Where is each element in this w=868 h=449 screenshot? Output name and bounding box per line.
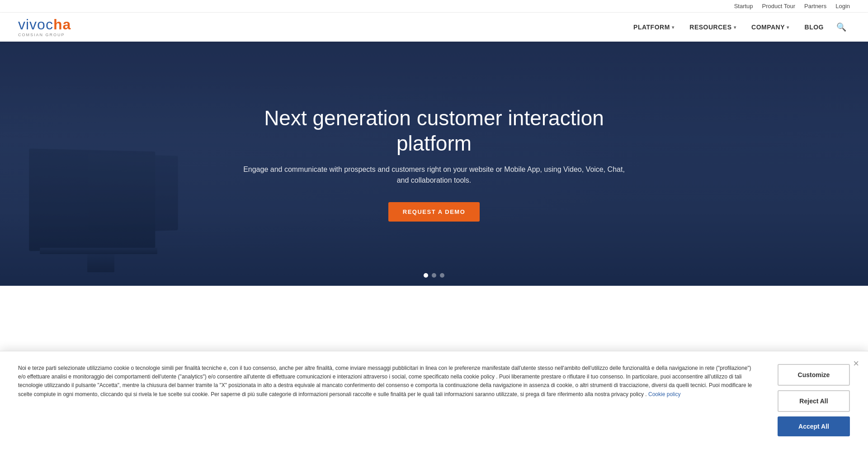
chevron-down-icon: ▾ (672, 25, 675, 30)
logo[interactable]: vivocha comsian group (18, 17, 71, 37)
nav-item-resources[interactable]: RESOURCES▾ (683, 20, 742, 34)
slide-dot-2[interactable] (432, 273, 436, 278)
main-navigation: vivocha comsian group PLATFORM▾RESOURCES… (0, 13, 868, 42)
topbar-link-product-tour[interactable]: Product Tour (762, 3, 795, 9)
top-utility-bar: StartupProduct TourPartnersLogin (0, 0, 868, 13)
hero-content: Next generation customer interaction pla… (231, 106, 637, 221)
topbar-link-partners[interactable]: Partners (804, 3, 826, 9)
nav-item-label: COMPANY (751, 24, 785, 31)
slide-dot-3[interactable] (440, 273, 444, 278)
topbar-link-login[interactable]: Login (835, 3, 850, 9)
slide-dot-1[interactable] (424, 273, 428, 278)
logo-text: vivocha (18, 17, 71, 32)
hero-subtitle: Engage and communicate with prospects an… (240, 164, 628, 186)
request-demo-button[interactable]: REQUEST A DEMO (388, 202, 480, 222)
chevron-down-icon: ▾ (734, 25, 736, 30)
nav-links: PLATFORM▾RESOURCES▾COMPANY▾BLOG🔍 (627, 19, 850, 36)
chevron-down-icon: ▾ (787, 25, 789, 30)
hero-section: Next generation customer interaction pla… (0, 42, 868, 286)
nav-item-label: BLOG (805, 24, 824, 31)
hero-monitors-decoration (17, 78, 207, 286)
hero-title: Next generation customer interaction pla… (240, 106, 628, 156)
topbar-link-startup[interactable]: Startup (734, 3, 753, 9)
nav-item-company[interactable]: COMPANY▾ (745, 20, 796, 34)
nav-item-label: RESOURCES (689, 24, 731, 31)
nav-item-label: PLATFORM (633, 24, 670, 31)
slide-dots (424, 273, 444, 278)
nav-item-platform[interactable]: PLATFORM▾ (627, 20, 680, 34)
logo-subtext: comsian group (18, 33, 65, 37)
nav-item-blog[interactable]: BLOG (798, 20, 830, 34)
search-button[interactable]: 🔍 (833, 19, 850, 36)
